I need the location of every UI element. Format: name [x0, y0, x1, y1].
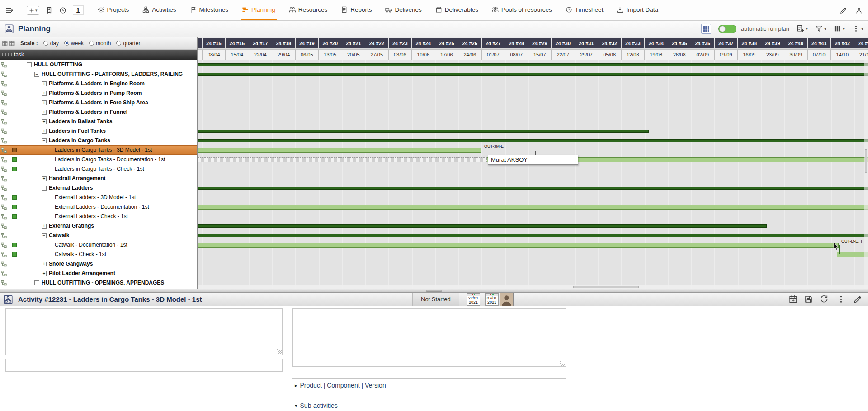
- task-row[interactable]: +Pilot Ladder Arrangement: [0, 269, 198, 278]
- nav-item-import-data[interactable]: Import Data: [615, 0, 660, 20]
- summary-bar[interactable]: [198, 234, 868, 237]
- collapse-toggle[interactable]: −: [42, 138, 47, 143]
- assignee-avatar[interactable]: [500, 293, 514, 306]
- task-bar[interactable]: [198, 148, 481, 153]
- collapse-all-icon[interactable]: [2, 41, 8, 46]
- more-options-button[interactable]: ▾: [852, 25, 863, 33]
- collapse-toggle[interactable]: −: [42, 233, 47, 238]
- task-row[interactable]: +Ladders in Fuel Tanks: [0, 126, 198, 136]
- automatic-run-plan-toggle[interactable]: [718, 25, 736, 33]
- menu-icon[interactable]: [5, 6, 14, 14]
- nav-item-deliveries[interactable]: Deliveries: [384, 0, 423, 20]
- task-row[interactable]: −HULL OUTFITTING - PLATFORMS, LADDERS, R…: [0, 70, 198, 79]
- nav-item-pools-of-resources[interactable]: Pools of resources: [491, 0, 553, 20]
- task-row[interactable]: Catwalk - Documentation - 1st: [0, 240, 198, 250]
- task-row[interactable]: +Ladders in Ballast Tanks: [0, 117, 198, 126]
- task-row[interactable]: +Platforms & Ladders in Fore Ship Area: [0, 98, 198, 107]
- edit-icon[interactable]: [840, 7, 847, 14]
- task-row[interactable]: −Ladders in Cargo Tanks: [0, 136, 198, 145]
- expand-toggle[interactable]: +: [42, 224, 47, 229]
- task-row[interactable]: +Shore Gangways: [0, 259, 198, 269]
- expand-all-icon[interactable]: [9, 41, 15, 46]
- summary-bar[interactable]: [198, 187, 868, 190]
- task-row[interactable]: External Ladders - Documentation - 1st: [0, 202, 198, 212]
- section-product-component-version[interactable]: ▸ Product | Component | Version: [295, 382, 386, 389]
- notes-textarea[interactable]: [5, 308, 283, 355]
- save-icon[interactable]: [804, 295, 813, 304]
- more-icon[interactable]: [837, 295, 845, 304]
- radio-week[interactable]: [64, 41, 69, 46]
- tree-tool-icon[interactable]: [8, 53, 12, 56]
- expand-toggle[interactable]: +: [42, 100, 47, 105]
- nav-item-milestones[interactable]: Milestones: [189, 0, 230, 20]
- start-date-stamp[interactable]: 22/01 2021: [467, 293, 480, 306]
- add-plan-button[interactable]: ▾: [797, 25, 808, 33]
- description-textarea[interactable]: [292, 308, 566, 367]
- summary-bar[interactable]: [198, 224, 767, 228]
- vertical-scrollbar-thumb[interactable]: [865, 149, 867, 173]
- task-row[interactable]: Ladders in Cargo Tanks - Check - 1st: [0, 164, 198, 174]
- expand-toggle[interactable]: +: [42, 262, 47, 266]
- summary-bar[interactable]: [198, 139, 868, 142]
- tree-tool-icon[interactable]: [2, 53, 6, 56]
- nav-item-projects[interactable]: Projects: [96, 0, 131, 20]
- task-row[interactable]: −External Ladders: [0, 183, 198, 193]
- edit-activity-icon[interactable]: [854, 295, 862, 304]
- radio-quarter[interactable]: [116, 41, 121, 46]
- task-row[interactable]: Ladders in Cargo Tanks - 3D Model - 1st: [0, 145, 198, 155]
- collapse-toggle[interactable]: −: [34, 72, 39, 77]
- nav-item-planning[interactable]: Planning: [241, 0, 277, 20]
- nav-item-timesheet[interactable]: Timesheet: [564, 0, 605, 20]
- task-row[interactable]: External Ladders - Check - 1st: [0, 212, 198, 221]
- scale-option-quarter[interactable]: quarter: [116, 40, 140, 47]
- bookmark-icon[interactable]: [46, 7, 53, 14]
- calendar-add-icon[interactable]: [789, 295, 797, 304]
- task-bar[interactable]: [837, 252, 868, 257]
- task-row[interactable]: Ladders in Cargo Tanks - Documentation -…: [0, 155, 198, 164]
- task-row[interactable]: +Platforms & Ladders in Engine Room: [0, 79, 198, 89]
- filter-button[interactable]: ▾: [815, 25, 826, 33]
- nav-item-deliverables[interactable]: Deliverables: [434, 0, 480, 20]
- expand-toggle[interactable]: +: [42, 119, 47, 124]
- nav-item-reports[interactable]: Reports: [340, 0, 373, 20]
- user-menu-icon[interactable]: [855, 7, 863, 14]
- task-bar[interactable]: [198, 243, 839, 248]
- summary-bar[interactable]: [198, 130, 649, 133]
- task-row[interactable]: +Platforms & Ladders in Pump Room: [0, 89, 198, 98]
- expand-toggle[interactable]: +: [42, 129, 47, 134]
- nav-item-resources[interactable]: Resources: [288, 0, 329, 20]
- task-row[interactable]: −HULL OUTFITTING - OPENINGS, APPENDAGES: [0, 278, 198, 288]
- end-date-stamp[interactable]: 07/01 2021: [485, 293, 499, 306]
- expand-toggle[interactable]: +: [42, 176, 47, 181]
- summary-bar[interactable]: [198, 73, 868, 76]
- run-plan-grid-button[interactable]: [701, 24, 711, 34]
- striped-bar[interactable]: [198, 157, 487, 162]
- horizontal-scrollbar-thumb[interactable]: [573, 286, 639, 288]
- columns-button[interactable]: ▾: [834, 25, 845, 33]
- history-icon[interactable]: [59, 7, 66, 14]
- panel-splitter[interactable]: [0, 289, 868, 293]
- scale-option-week[interactable]: week: [64, 40, 84, 47]
- splitter-handle[interactable]: [426, 290, 442, 292]
- activity-status-badge[interactable]: Not Started: [412, 293, 459, 306]
- sync-icon[interactable]: [820, 295, 828, 304]
- comment-field[interactable]: [5, 359, 283, 372]
- section-sub-activities[interactable]: ▾ Sub-activities: [295, 402, 338, 409]
- expand-toggle[interactable]: +: [42, 91, 47, 96]
- radio-month[interactable]: [89, 41, 94, 46]
- expand-toggle[interactable]: +: [42, 81, 47, 86]
- task-bar[interactable]: [198, 205, 868, 210]
- scale-option-day[interactable]: day: [43, 40, 59, 47]
- nav-item-activities[interactable]: Activities: [141, 0, 177, 20]
- add-button[interactable]: ▾: [27, 6, 39, 15]
- collapse-toggle[interactable]: −: [42, 186, 47, 191]
- expand-toggle[interactable]: +: [42, 110, 47, 115]
- task-row[interactable]: +Platforms & Ladders in Funnel: [0, 107, 198, 117]
- collapse-toggle[interactable]: −: [27, 62, 32, 67]
- scale-option-month[interactable]: month: [89, 40, 111, 47]
- expand-toggle[interactable]: +: [42, 271, 47, 276]
- radio-day[interactable]: [43, 41, 48, 46]
- task-row[interactable]: Catwalk - Check - 1st: [0, 250, 198, 259]
- task-row[interactable]: External Ladders - 3D Model - 1st: [0, 193, 198, 202]
- task-row[interactable]: −Catwalk: [0, 231, 198, 240]
